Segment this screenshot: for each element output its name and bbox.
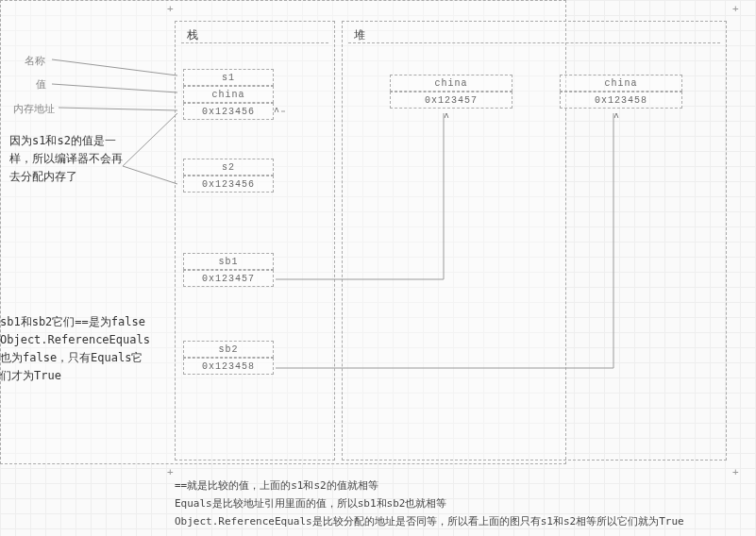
cell-text: 0x123457 (202, 274, 255, 284)
s1-value-cell: china (183, 86, 274, 103)
corner-plus-icon: + (167, 3, 174, 15)
caret-icon: ^ (274, 106, 280, 118)
heap-obj2-value-cell: china (560, 75, 682, 92)
label-addr: 内存地址 (13, 102, 55, 116)
cell-text: 0x123456 (202, 107, 255, 117)
footer-line-3: Object.ReferenceEquals是比较分配的地址是否同等，所以看上面… (175, 512, 684, 530)
column-separator (348, 42, 720, 43)
heap-obj2-addr-cell: 0x123458 (560, 92, 682, 109)
sb1-addr-cell: 0x123457 (183, 270, 274, 287)
footer-line-1: ==就是比较的值，上面的s1和s2的值就相等 (175, 477, 684, 494)
caret-icon: ^ (444, 111, 450, 124)
diagram-content: + + + + 栈 s1 china 0x123456 s2 0x123456 … (0, 0, 756, 536)
label-value: 值 (36, 77, 46, 92)
cell-text: sb1 (218, 257, 238, 267)
stack-header: 栈 (187, 27, 198, 43)
cell-text: sb2 (218, 344, 238, 355)
footer-notes: ==就是比较的值，上面的s1和s2的值就相等 Equals是比较地址引用里面的值… (175, 477, 684, 530)
corner-plus-icon: + (732, 466, 739, 478)
s2-addr-cell: 0x123456 (183, 176, 274, 193)
cell-text: 0x123456 (202, 179, 255, 190)
heap-column: 堆 china 0x123457 china 0x123458 (342, 21, 727, 461)
cell-text: china (434, 78, 467, 89)
footer-line-2: Equals是比较地址引用里面的值，所以sb1和sb2也就相等 (175, 494, 684, 512)
cell-text: s1 (222, 73, 235, 83)
sb1-name-cell: sb1 (183, 253, 274, 270)
cell-text: s2 (222, 162, 235, 173)
note-sb: sb1和sb2它们==是为false Object.ReferenceEqual… (0, 313, 151, 385)
s1-addr-cell: 0x123456 (183, 103, 274, 120)
cell-text: 0x123458 (202, 361, 255, 372)
column-separator (181, 42, 328, 43)
sb2-name-cell: sb2 (183, 341, 274, 358)
s2-name-cell: s2 (183, 159, 274, 176)
sb2-addr-cell: 0x123458 (183, 358, 274, 375)
note-s1s2: 因为s1和s2的值是一样，所以编译器不会再去分配内存了 (9, 132, 132, 186)
heap-obj1-addr-cell: 0x123457 (390, 92, 512, 109)
stack-column: 栈 s1 china 0x123456 s2 0x123456 sb1 0x12… (175, 21, 335, 461)
heap-header: 堆 (354, 27, 365, 43)
caret-icon: ^ (613, 111, 620, 124)
corner-plus-icon: + (167, 466, 174, 478)
cell-text: 0x123457 (425, 95, 478, 106)
corner-plus-icon: + (732, 3, 739, 15)
cell-text: 0x123458 (595, 95, 647, 106)
cell-text: china (211, 90, 244, 100)
cell-text: china (604, 78, 637, 89)
heap-obj1-value-cell: china (390, 75, 512, 92)
label-name: 名称 (25, 54, 45, 68)
s1-name-cell: s1 (183, 69, 274, 86)
